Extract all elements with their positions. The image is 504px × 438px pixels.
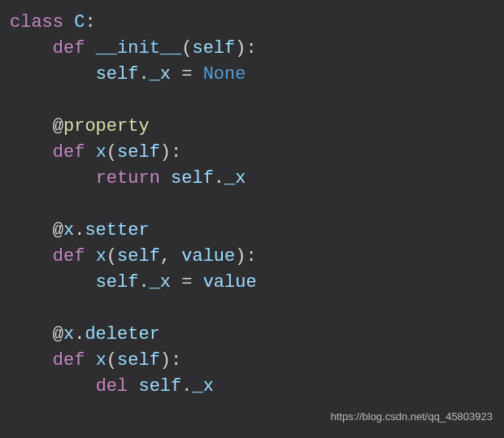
decorator-x: x <box>63 220 74 241</box>
param-self: self <box>192 38 235 59</box>
at-sign: @ <box>53 324 63 345</box>
dot: . <box>138 272 149 293</box>
param-self: self <box>96 272 139 293</box>
rparen: ) <box>160 350 171 371</box>
decorator-property: property <box>63 116 150 137</box>
colon: : <box>85 12 95 33</box>
dot: . <box>181 376 192 397</box>
param-self: self <box>117 350 160 371</box>
rparen: ) <box>160 142 171 163</box>
keyword-del: del <box>96 376 128 397</box>
comma: , <box>160 246 181 267</box>
colon: : <box>245 246 256 267</box>
method-x: x <box>96 350 106 371</box>
colon: : <box>171 142 181 163</box>
colon: : <box>245 38 256 59</box>
at-sign: @ <box>53 116 63 137</box>
dot: . <box>74 324 85 345</box>
method-init: __init__ <box>96 38 182 59</box>
param-self: self <box>117 142 160 163</box>
class-name: C <box>74 12 85 33</box>
dot: . <box>214 168 224 189</box>
method-x: x <box>96 246 106 267</box>
param-self: self <box>171 168 214 189</box>
attr-x: _x <box>150 64 171 85</box>
code-block: class C: def __init__(self): self._x = N… <box>0 0 504 400</box>
dot: . <box>74 220 85 241</box>
keyword-def: def <box>53 38 85 59</box>
attr-x: _x <box>192 376 213 397</box>
lparen: ( <box>106 142 117 163</box>
colon: : <box>171 350 181 371</box>
keyword-return: return <box>96 168 160 189</box>
attr-x: _x <box>224 168 245 189</box>
lparen: ( <box>106 246 117 267</box>
assign: = <box>171 272 203 293</box>
param-self: self <box>138 376 181 397</box>
param-self: self <box>96 64 139 85</box>
decorator-deleter: deleter <box>85 324 159 345</box>
rparen: ) <box>235 38 245 59</box>
watermark-text: https://blog.csdn.net/qq_45803923 <box>331 404 493 430</box>
rparen: ) <box>235 246 245 267</box>
assign: = <box>171 64 203 85</box>
keyword-def: def <box>53 246 85 267</box>
decorator-setter: setter <box>85 220 149 241</box>
keyword-def: def <box>53 142 85 163</box>
param-value: value <box>203 272 257 293</box>
method-x: x <box>96 142 106 163</box>
dot: . <box>138 64 149 85</box>
keyword-class: class <box>10 12 63 33</box>
lparen: ( <box>106 350 117 371</box>
keyword-def: def <box>53 350 85 371</box>
at-sign: @ <box>53 220 63 241</box>
param-self: self <box>117 246 160 267</box>
decorator-x: x <box>63 324 74 345</box>
attr-x: _x <box>150 272 171 293</box>
none-literal: None <box>203 64 246 85</box>
param-value: value <box>181 246 235 267</box>
lparen: ( <box>181 38 192 59</box>
